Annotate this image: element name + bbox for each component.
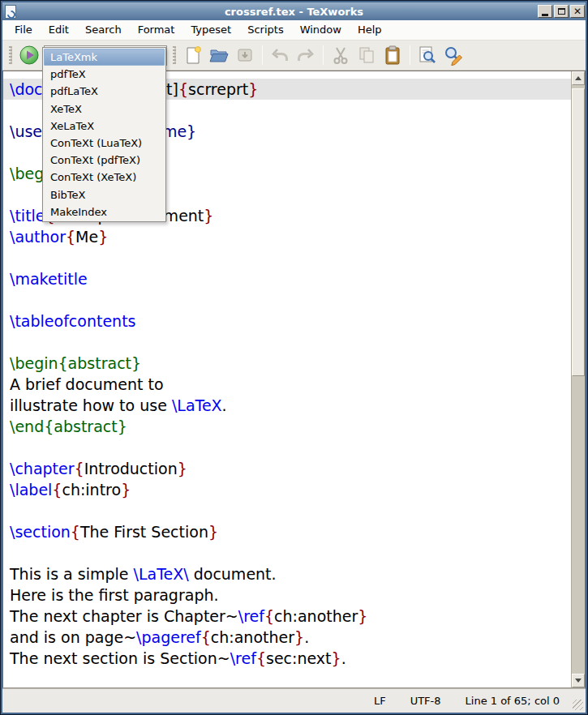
engine-option-pdflatex[interactable]: pdfLaTeX [44,83,165,100]
engine-option-pdftex[interactable]: pdfTeX [44,66,165,83]
minimize-button[interactable] [538,5,552,18]
engine-option-context-xetex[interactable]: ConTeXt (XeTeX) [44,169,165,186]
engine-option-context-luatex[interactable]: ConTeXt (LuaTeX) [44,135,165,152]
scroll-up-button[interactable] [572,71,585,85]
code-segment: { [75,460,84,477]
paste-button[interactable] [380,43,406,67]
menu-item-scripts[interactable]: Scripts [239,21,291,39]
code-segment: The First Section [80,523,208,541]
menu-item-typeset[interactable]: Typeset [182,21,239,39]
menu-item-search[interactable]: Search [77,21,130,39]
code-segment: { [201,628,211,646]
code-segment: { [71,523,80,541]
arrow-up-icon [575,76,582,80]
code-segment: ch:another [211,628,294,646]
find-button[interactable] [414,43,440,67]
titlebar[interactable]: crossref.tex - TeXworks ✕ [2,2,586,20]
engine-dropdown-list: LaTeXmkpdfTeXpdfLaTeXXeTeXXeLaTeXConTeXt… [42,47,166,222]
toolbar-separator [262,45,263,65]
code-segment: \pageref [136,628,201,646]
editor-line [3,289,571,310]
clipboard-icon [383,45,402,66]
toolbar-grip[interactable] [173,46,176,64]
code-segment: \label [10,481,52,499]
scroll-down-button[interactable] [572,674,585,687]
editor-line: \end{abstract} [3,416,571,437]
redo-icon [295,45,316,65]
engine-option-latexmk[interactable]: LaTeXmk [44,49,165,66]
code-segment: \maketitle [10,270,88,288]
engine-option-xelatex[interactable]: XeLaTeX [44,118,165,135]
cursor-position-indicator: Line 1 of 65; col 0 [466,695,560,707]
editor-line [3,500,571,521]
menu-item-format[interactable]: Format [130,21,183,39]
code-segment: The next section is Section~ [10,649,230,667]
code-segment: } [332,649,341,667]
menu-item-window[interactable]: Window [292,21,350,39]
replace-button[interactable] [440,43,466,67]
engine-option-context-pdftex[interactable]: ConTeXt (pdfTeX) [44,152,165,169]
editor-line [3,247,571,268]
open-file-button[interactable] [206,43,232,67]
toolbar-separator [323,45,324,65]
maximize-icon [558,8,565,15]
menu-item-help[interactable]: Help [350,21,390,39]
editor-line: \maketitle [3,268,571,289]
code-segment: { [256,649,266,667]
editor-line [3,437,571,458]
line-ending-indicator: LF [374,695,386,707]
code-segment: \chapter [10,460,75,477]
texworks-app-icon [5,5,16,19]
code-segment: illustrate how to use [10,396,172,414]
code-segment: Here is the first paragraph. [10,586,219,604]
code-segment: { [66,228,75,246]
scrollbar-thumb[interactable] [572,88,585,376]
typeset-run-button[interactable] [16,43,42,67]
engine-option-xetex[interactable]: XeTeX [44,101,165,118]
editor-line: \chapter{Introduction} [3,458,571,479]
window-title: crossref.tex - TeXworks [2,6,586,18]
save-icon [235,45,255,65]
editor-line: Here is the first paragraph. [3,584,571,606]
code-segment: ch:another [274,607,358,625]
search-replace-icon [443,45,464,66]
code-segment: { [178,80,188,98]
code-segment: } [178,460,187,477]
code-segment: ch:intro [62,481,121,499]
maximize-button[interactable] [554,5,569,18]
engine-option-bibtex[interactable]: BibTeX [44,186,165,203]
code-segment: \section [10,523,71,541]
new-file-button[interactable] [180,43,206,67]
code-segment: \author [10,228,66,246]
code-segment: This is a simple [10,565,134,583]
editor-line [3,542,571,563]
encoding-indicator: UTF-8 [410,695,441,707]
arrow-down-icon [575,679,582,683]
open-folder-icon [208,45,230,65]
engine-option-makeindex[interactable]: MakeIndex [44,203,165,220]
code-segment: \title [10,207,45,225]
code-segment: . [341,649,346,667]
copy-icon [357,45,376,65]
editor-line [3,332,571,353]
toolbar-grip[interactable] [9,46,12,64]
close-button[interactable]: ✕ [570,5,585,18]
menu-item-file[interactable]: File [6,21,41,39]
undo-icon [269,45,290,65]
code-segment: } [121,481,131,499]
code-segment: { [264,607,274,625]
code-segment: sec:next [266,649,332,667]
close-icon: ✕ [573,6,582,16]
menu-item-edit[interactable]: Edit [41,21,77,39]
code-segment: Me [75,228,98,246]
resize-grip[interactable] [573,700,583,710]
code-segment: . [304,628,309,646]
texworks-window: crossref.tex - TeXworks ✕ FileEditSearch… [0,0,588,715]
editor-line: \label{ch:intro} [3,479,571,500]
vertical-scrollbar[interactable] [571,71,585,687]
editor-line: The next section is Section~\ref{sec:nex… [3,648,571,669]
editor-line: This is a simple \LaTeX\ document. [3,563,571,584]
code-segment: Introduction [84,460,178,477]
editor-line: \section{The First Section} [3,521,571,542]
copy-button [354,43,380,67]
